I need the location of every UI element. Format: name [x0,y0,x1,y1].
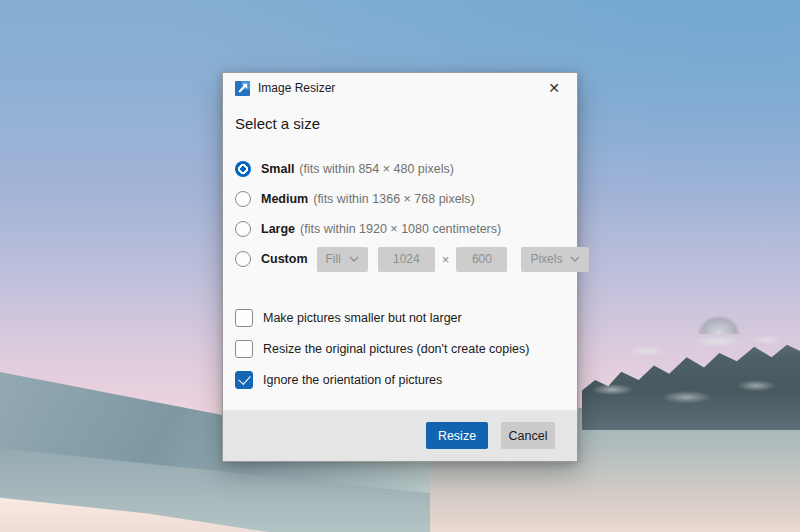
setting-ignore-orientation[interactable]: Ignore the orientation of pictures [235,364,565,395]
chevron-down-icon [570,256,580,262]
option-desc: (fits within 1920 × 1080 centimeters) [300,222,501,236]
dialog-title: Image Resizer [258,81,335,95]
close-icon: ✕ [548,80,560,96]
unit-dropdown-value: Pixels [530,252,562,266]
dialog-body: Select a size Small (fits within 854 × 4… [223,103,577,410]
setting-resize-originals[interactable]: Resize the original pictures (don't crea… [235,333,565,364]
checkbox-smaller-only[interactable] [235,309,253,327]
multiply-symbol: × [442,252,450,267]
resize-settings: Make pictures smaller but not larger Res… [235,302,565,395]
custom-width-input: 1024 [378,247,435,272]
option-label: Custom [261,252,308,266]
size-option-custom[interactable]: Custom Fill 1024 × 600 Pixels [235,244,565,274]
size-options: Small (fits within 854 × 480 pixels) Med… [235,154,565,274]
checkbox-resize-originals[interactable] [235,340,253,358]
radio-custom[interactable] [235,251,251,267]
option-label: Small [261,162,294,176]
checkbox-label: Resize the original pictures (don't crea… [263,342,529,356]
app-icon [235,81,250,96]
chevron-down-icon [349,256,359,262]
option-desc: (fits within 1366 × 768 pixels) [313,192,475,206]
cancel-button[interactable]: Cancel [501,422,555,449]
image-resizer-dialog: Image Resizer ✕ Select a size Small (fit… [222,72,578,462]
resize-button[interactable]: Resize [426,422,488,449]
custom-size-controls: Fill 1024 × 600 Pixels [317,247,590,272]
checkbox-ignore-orientation[interactable] [235,371,253,389]
size-option-medium[interactable]: Medium (fits within 1366 × 768 pixels) [235,184,565,214]
dialog-heading: Select a size [235,115,565,132]
fit-dropdown-value: Fill [326,252,341,266]
size-option-large[interactable]: Large (fits within 1920 × 1080 centimete… [235,214,565,244]
dialog-titlebar[interactable]: Image Resizer ✕ [223,73,577,103]
option-label: Medium [261,192,308,206]
radio-large[interactable] [235,221,251,237]
wallpaper-ridge-frost [582,330,800,426]
close-button[interactable]: ✕ [539,76,569,100]
radio-small[interactable] [235,161,251,177]
dialog-footer: Resize Cancel [223,410,577,461]
option-label: Large [261,222,295,236]
radio-medium[interactable] [235,191,251,207]
checkbox-label: Ignore the orientation of pictures [263,373,442,387]
checkbox-label: Make pictures smaller but not larger [263,311,462,325]
option-desc: (fits within 854 × 480 pixels) [299,162,454,176]
fit-dropdown: Fill [317,247,368,272]
custom-height-input: 600 [456,247,507,272]
setting-smaller-only[interactable]: Make pictures smaller but not larger [235,302,565,333]
size-option-small[interactable]: Small (fits within 854 × 480 pixels) [235,154,565,184]
unit-dropdown: Pixels [521,247,589,272]
